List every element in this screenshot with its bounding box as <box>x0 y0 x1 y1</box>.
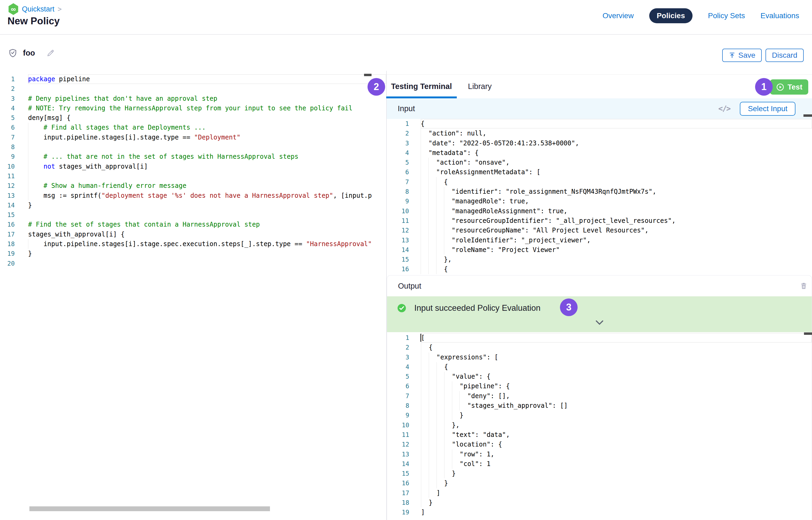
line-number: 7 <box>387 177 409 187</box>
code-line[interactable]: 3# Deny pipelines that don't have an app… <box>0 94 386 103</box>
line-number: 5 <box>387 158 409 167</box>
code-line[interactable]: 11 "text": "data", <box>387 430 812 440</box>
breadcrumb[interactable]: ∞ Quickstart > <box>8 3 62 15</box>
code-line[interactable]: 19] <box>387 508 812 517</box>
code-line[interactable]: 4 "metadata": { <box>387 148 812 158</box>
output-json-editor[interactable]: 1[2 {3 "expressions": [4 {5 "value": {6 … <box>387 332 812 520</box>
code-line[interactable]: 12 # Show a human-friendly error message <box>0 181 386 190</box>
code-line[interactable]: 2 "action": null, <box>387 129 812 138</box>
line-number: 2 <box>387 129 409 138</box>
scrollbar-thumb[interactable] <box>364 74 372 76</box>
code-line[interactable]: 1[ <box>387 333 812 343</box>
code-line[interactable]: 1{ <box>387 119 812 129</box>
edit-name-icon[interactable] <box>46 49 55 57</box>
code-line[interactable]: 20 <box>0 259 386 268</box>
code-line[interactable]: 14 "roleName": "Project Viewer" <box>387 245 812 255</box>
code-line[interactable]: 10 not stages_with_approval[i] <box>0 162 386 171</box>
breadcrumb-project-link[interactable]: Quickstart <box>22 5 54 14</box>
chevron-right-icon: > <box>58 5 62 14</box>
code-line[interactable]: 14 "col": 1 <box>387 459 812 469</box>
code-line[interactable]: 8 <box>0 142 386 152</box>
code-view-icon[interactable]: </> <box>718 104 731 113</box>
code-line[interactable]: 5 "action": "onsave", <box>387 158 812 167</box>
code-line[interactable]: 16 { <box>387 264 812 274</box>
line-number: 16 <box>387 478 409 488</box>
line-number: 1 <box>387 119 409 129</box>
code-line[interactable]: 12 "location": { <box>387 440 812 449</box>
code-line[interactable]: 5deny[msg] { <box>0 113 386 123</box>
code-line[interactable]: 9 } <box>387 411 812 420</box>
tab-library[interactable]: Library <box>464 75 496 98</box>
clear-output-trash-icon[interactable] <box>800 282 808 290</box>
code-line[interactable]: 13 "roleIdentifier": "_project_viewer", <box>387 235 812 245</box>
discard-button[interactable]: Discard <box>765 49 804 62</box>
line-number: 4 <box>387 148 409 158</box>
code-line[interactable]: 9 "managedRole": true, <box>387 197 812 206</box>
nav-tab-policies[interactable]: Policies <box>649 8 692 23</box>
line-number: 15 <box>387 255 409 264</box>
code-line[interactable]: 6 # Find all stages that are Deployments… <box>0 123 386 132</box>
code-line[interactable]: 6 "roleAssignmentMetadata": [ <box>387 167 812 177</box>
code-line[interactable]: 14} <box>0 201 386 210</box>
code-line[interactable]: 8 "identifier": "role_assignment_NsFQM43… <box>387 187 812 197</box>
code-line[interactable]: 11 "resourceGroupIdentifier": "_all_proj… <box>387 216 812 226</box>
input-json-editor[interactable]: 1{2 "action": null,3 "date": "2022-05-05… <box>387 119 812 275</box>
page-title: New Policy <box>7 16 59 27</box>
code-line[interactable]: 12 "resourceGroupName": "All Project Lev… <box>387 226 812 235</box>
code-line[interactable]: 7 "deny": [], <box>387 391 812 401</box>
code-line[interactable]: 15 } <box>387 469 812 478</box>
code-line[interactable]: 6 "pipeline": { <box>387 381 812 391</box>
code-line[interactable]: 16# Find the set of stages that contain … <box>0 220 386 229</box>
test-button[interactable]: Test <box>770 79 809 95</box>
line-number: 4 <box>387 362 409 372</box>
select-input-button[interactable]: Select Input <box>740 102 795 116</box>
line-number: 20 <box>0 259 15 268</box>
chevron-down-icon[interactable] <box>594 320 605 327</box>
policy-toolbar: foo Save Discard <box>0 35 812 71</box>
nav-tab-evaluations[interactable]: Evaluations <box>760 11 799 20</box>
code-line[interactable]: 18 } <box>387 498 812 508</box>
code-line[interactable]: 11 <box>0 171 386 181</box>
code-line[interactable]: 3 "date": "2022-05-05T20:41:23.538+0000"… <box>387 138 812 148</box>
code-line[interactable]: 15 <box>0 210 386 220</box>
code-line[interactable]: 13 msg := sprintf("deployment stage '%s'… <box>0 191 386 201</box>
horizontal-scrollbar[interactable] <box>29 506 270 511</box>
code-line[interactable]: 2 <box>0 84 386 94</box>
code-line[interactable]: 2 { <box>387 343 812 352</box>
testing-terminal-panel: Testing Terminal Library Test Input </> … <box>387 71 812 520</box>
line-number: 15 <box>387 469 409 478</box>
scrollbar-thumb[interactable] <box>804 114 812 117</box>
code-line[interactable]: 7 input.pipeline.stages[i].stage.type ==… <box>0 133 386 142</box>
code-line[interactable]: 1package pipeline <box>0 74 386 84</box>
code-line[interactable]: 9 # ... that are not in the set of stage… <box>0 152 386 161</box>
page-header: ∞ Quickstart > New Policy Overview Polic… <box>0 0 812 35</box>
nav-tab-overview[interactable]: Overview <box>603 11 634 20</box>
code-line[interactable]: 17 ] <box>387 488 812 498</box>
line-number: 17 <box>387 488 409 498</box>
code-line[interactable]: 10 "managedRoleAssignment": true, <box>387 206 812 216</box>
line-number: 19 <box>0 249 15 258</box>
harness-logo-icon[interactable]: ∞ <box>8 3 19 15</box>
code-line[interactable]: 19} <box>0 249 386 258</box>
line-number: 14 <box>387 245 409 255</box>
line-number: 11 <box>387 216 409 226</box>
code-line[interactable]: 16 } <box>387 478 812 488</box>
code-line[interactable]: 3 "expressions": [ <box>387 353 812 362</box>
save-button[interactable]: Save <box>722 49 762 62</box>
output-label: Output <box>398 282 421 290</box>
input-label: Input <box>398 104 415 113</box>
code-line[interactable]: 17stages_with_approval[i] { <box>0 230 386 239</box>
code-line[interactable]: 18 input.pipeline.stages[i].stage.spec.e… <box>0 239 386 249</box>
scrollbar-thumb[interactable] <box>804 332 812 335</box>
code-line[interactable]: 10 }, <box>387 420 812 430</box>
tab-testing-terminal[interactable]: Testing Terminal <box>387 75 456 98</box>
code-line[interactable]: 4# NOTE: Try removing the HarnessApprova… <box>0 103 386 113</box>
code-line[interactable]: 5 "value": { <box>387 372 812 381</box>
code-line[interactable]: 4 { <box>387 362 812 372</box>
nav-tab-policy-sets[interactable]: Policy Sets <box>708 11 745 20</box>
code-line[interactable]: 8 "stages_with_approval": [] <box>387 401 812 411</box>
code-line[interactable]: 7 { <box>387 177 812 187</box>
code-line[interactable]: 15 }, <box>387 255 812 264</box>
code-line[interactable]: 13 "row": 1, <box>387 449 812 459</box>
policy-code-editor[interactable]: 1package pipeline23# Deny pipelines that… <box>0 71 386 520</box>
